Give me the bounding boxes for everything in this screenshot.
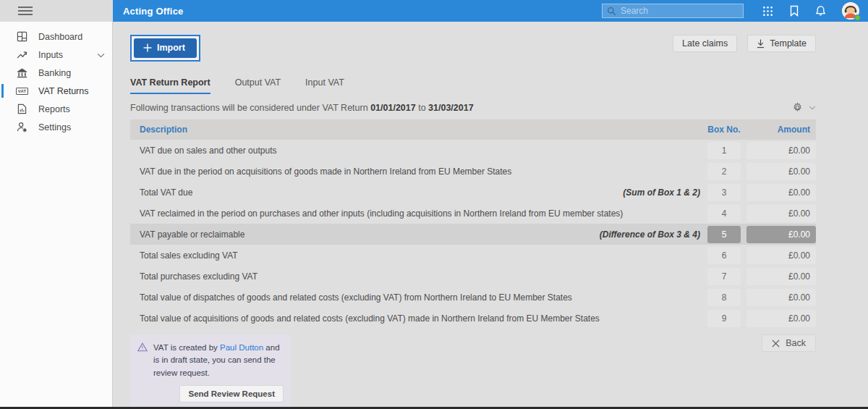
search-input[interactable]: [621, 6, 739, 16]
sidebar-item-reports[interactable]: Reports: [0, 100, 112, 118]
person-gear-icon: [16, 122, 28, 132]
row-box-no: 7: [707, 268, 741, 285]
footer-row: VAT is created by Paul Dutton and is in …: [130, 334, 816, 409]
search-box[interactable]: [602, 4, 744, 18]
row-amount[interactable]: £0.00: [746, 184, 816, 201]
row-description: Total purchases excluding VAT: [140, 271, 258, 282]
sidebar-item-inputs[interactable]: Inputs: [0, 46, 112, 64]
row-note: (Sum of Box 1 & 2): [623, 187, 707, 198]
import-button-label: Import: [157, 43, 185, 53]
warning-triangle-icon: [137, 342, 148, 379]
row-description: Total value of dispatches of goods and r…: [140, 292, 572, 303]
warning-text: VAT is created by Paul Dutton and is in …: [153, 342, 284, 379]
bookmark-icon[interactable]: [789, 5, 799, 17]
search-icon: [607, 7, 621, 16]
tab-bar: VAT Return Report Output VAT Input VAT: [130, 77, 816, 94]
late-claims-label: Late claims: [682, 38, 728, 49]
table-row[interactable]: Total value of dispatches of goods and r…: [130, 287, 816, 308]
vat-box-icon: VAT: [16, 88, 28, 95]
user-avatar[interactable]: [842, 2, 859, 20]
row-amount[interactable]: £0.00: [746, 205, 816, 222]
info-bar: Following transactions will be considere…: [130, 102, 816, 113]
column-header-description: Description: [140, 125, 707, 135]
row-note: (Difference of Box 3 & 4): [600, 229, 707, 240]
gear-icon: [792, 102, 803, 113]
column-header-box-no: Box No.: [707, 125, 741, 135]
sidebar-item-dashboard[interactable]: Dashboard: [0, 28, 112, 46]
bank-icon: [16, 67, 28, 78]
dashboard-icon: [16, 31, 28, 42]
template-button[interactable]: Template: [747, 35, 816, 52]
tab-vat-return-report[interactable]: VAT Return Report: [130, 77, 210, 94]
row-description: VAT due in the period on acquisitions of…: [140, 166, 511, 177]
sidebar-item-banking[interactable]: Banking: [0, 64, 112, 82]
table-header-row: Description Box No. Amount: [130, 119, 816, 140]
send-review-request-button[interactable]: Send Review Request: [179, 385, 284, 402]
draft-warning-box: VAT is created by Paul Dutton and is in …: [130, 334, 291, 409]
vat-period-start: 01/01/2017: [370, 103, 416, 113]
table-row[interactable]: VAT reclaimed in the period on purchases…: [130, 203, 816, 224]
tab-output-vat[interactable]: Output VAT: [235, 77, 281, 94]
row-amount[interactable]: £0.00: [746, 289, 816, 306]
table-row[interactable]: VAT due on sales and other outputs 1 £0.…: [130, 140, 816, 161]
author-link[interactable]: Paul Dutton: [220, 343, 263, 352]
toolbar-row: Import Late claims Template: [130, 35, 816, 62]
column-header-amount: Amount: [746, 125, 816, 135]
sidebar-item-label: Settings: [38, 122, 71, 132]
table-row[interactable]: Total value of acquisitions of goods and…: [130, 308, 816, 329]
sidebar-item-label: VAT Returns: [38, 86, 88, 96]
apps-waffle-icon[interactable]: [762, 6, 773, 17]
sidebar-item-label: Inputs: [38, 50, 63, 60]
row-amount[interactable]: £0.00: [746, 310, 816, 327]
download-icon: [757, 39, 765, 49]
table-row[interactable]: VAT due in the period on acquisitions of…: [130, 161, 816, 182]
row-description: VAT payable or reclaimable: [140, 229, 244, 240]
row-box-no: 8: [707, 289, 741, 306]
presence-status-dot: [854, 14, 861, 21]
table-row[interactable]: Total purchases excluding VAT 7 £0.00: [130, 266, 816, 287]
row-amount[interactable]: £0.00: [746, 226, 816, 243]
row-amount[interactable]: £0.00: [746, 247, 816, 264]
trend-up-icon: [16, 50, 28, 59]
back-button-label: Back: [786, 338, 806, 348]
top-bar-icons: [762, 2, 859, 20]
sidebar-item-label: Dashboard: [38, 32, 82, 42]
sidebar-item-settings[interactable]: Settings: [0, 118, 112, 136]
chevron-down-icon: [809, 106, 816, 110]
close-icon: [772, 340, 780, 347]
table-row[interactable]: Total sales excluding VAT 6 £0.00: [130, 245, 816, 266]
vat-return-table: Description Box No. Amount VAT due on sa…: [130, 119, 816, 329]
back-button[interactable]: Back: [762, 334, 816, 352]
late-claims-button[interactable]: Late claims: [673, 35, 737, 52]
row-description: Total sales excluding VAT: [140, 250, 238, 261]
row-box-no: 4: [707, 205, 741, 222]
row-box-no: 1: [707, 142, 741, 159]
row-description: Total value of acquisitions of goods and…: [140, 313, 600, 324]
sidebar-item-label: Banking: [38, 68, 71, 78]
main-content: Import Late claims Template: [113, 22, 868, 407]
report-document-icon: [16, 104, 28, 114]
vat-period-end: 31/03/2017: [428, 103, 474, 113]
toolbar-right-buttons: Late claims Template: [673, 35, 816, 52]
table-row[interactable]: Total VAT due (Sum of Box 1 & 2) 3 £0.00: [130, 182, 816, 203]
top-bar-left: [0, 0, 113, 22]
sidebar-item-vat-returns[interactable]: VAT VAT Returns: [0, 82, 112, 100]
import-button[interactable]: Import: [134, 38, 197, 58]
notifications-bell-icon[interactable]: [815, 5, 826, 17]
row-description: VAT reclaimed in the period on purchases…: [140, 208, 623, 219]
row-amount[interactable]: £0.00: [746, 268, 816, 285]
chevron-down-icon: [97, 50, 105, 60]
tab-input-vat[interactable]: Input VAT: [305, 77, 344, 94]
info-text: Following transactions will be considere…: [130, 103, 474, 113]
app-title: Acting Office: [123, 6, 184, 17]
row-box-no: 2: [707, 163, 741, 180]
row-box-no: 5: [707, 226, 741, 243]
row-description: VAT due on sales and other outputs: [140, 146, 276, 156]
row-amount[interactable]: £0.00: [746, 163, 816, 180]
top-bar-main: Acting Office: [113, 0, 868, 22]
row-box-no: 6: [707, 247, 741, 264]
table-settings-control[interactable]: [792, 102, 816, 113]
row-amount[interactable]: £0.00: [746, 142, 816, 159]
hamburger-menu-icon[interactable]: [18, 7, 33, 15]
table-row[interactable]: VAT payable or reclaimable (Difference o…: [130, 224, 816, 245]
